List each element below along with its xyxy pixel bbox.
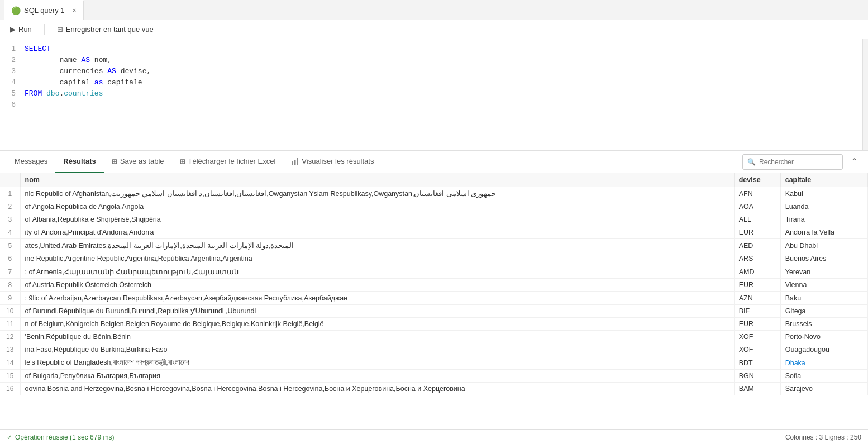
toolbar-separator xyxy=(44,24,45,35)
cell-devise: BDT xyxy=(734,356,780,370)
cell-capitale: Luanda xyxy=(780,200,867,213)
cell-row-num: 4 xyxy=(0,226,20,239)
results-panel: Messages Résultats ⊞ Save as table ⊞ Tél… xyxy=(0,151,868,444)
table-body: 1nic Republic of Afghanistan,افغانستان,ا… xyxy=(0,187,868,395)
cell-capitale: Yerevan xyxy=(780,265,867,279)
tab-save-table[interactable]: ⊞ Save as table xyxy=(104,151,172,173)
cell-capitale: Vienna xyxy=(780,279,867,292)
cell-capitale: Kabul xyxy=(780,187,867,200)
cell-nom: ates,United Arab Emirates,المتحدة,دولة ا… xyxy=(20,239,734,252)
tab-download-excel[interactable]: ⊞ Télécharger le fichier Excel xyxy=(172,151,284,173)
tab-resultats[interactable]: Résultats xyxy=(55,151,104,173)
cell-devise: BGN xyxy=(734,370,780,383)
cell-devise: AFN xyxy=(734,187,780,200)
cell-devise: AMD xyxy=(734,265,780,279)
code-lines[interactable]: SELECT name AS nom, currencies AS devise… xyxy=(22,44,868,111)
cell-capitale: Andorra la Vella xyxy=(780,226,867,239)
tab-visualiser-label: Visualiser les résultats xyxy=(302,157,374,165)
editor-scrollbar[interactable] xyxy=(862,39,868,150)
table-row: 4ity of Andorra,Principat d'Andorra,Ando… xyxy=(0,226,868,239)
cell-devise: BIF xyxy=(734,305,780,318)
cell-row-num: 5 xyxy=(0,239,20,252)
table-row: 5ates,United Arab Emirates,المتحدة,دولة … xyxy=(0,239,868,252)
cell-row-num: 8 xyxy=(0,279,20,292)
table-row: 6ine Republic,Argentine Republic,Argenti… xyxy=(0,252,868,265)
tab-visualiser[interactable]: Visualiser les résultats xyxy=(283,151,381,173)
table-row: 7: of Armenia,Հայաստանի Հանրապետություն,… xyxy=(0,265,868,279)
cell-capitale: Sofia xyxy=(780,370,867,383)
cell-row-num: 13 xyxy=(0,343,20,356)
cell-devise: EUR xyxy=(734,318,780,331)
status-meta: Colonnes : 3 Lignes : 250 xyxy=(785,433,861,441)
search-icon: 🔍 xyxy=(747,158,756,166)
cell-row-num: 7 xyxy=(0,265,20,279)
cell-devise: EUR xyxy=(734,226,780,239)
toolbar: ▶ Run ⊞ Enregistrer en tant que vue xyxy=(0,20,868,39)
cell-capitale: Gitega xyxy=(780,305,867,318)
run-icon: ▶ xyxy=(10,25,16,34)
code-line-2: name AS nom, xyxy=(25,55,868,66)
table-row: 8of Austria,Republik Österreich,Österrei… xyxy=(0,279,868,292)
cell-capitale: Baku xyxy=(780,292,867,305)
col-header-nom: nom xyxy=(20,173,734,187)
search-box[interactable]: 🔍 xyxy=(742,154,843,170)
cell-capitale: Tirana xyxy=(780,213,867,226)
sql-editor[interactable]: 123456 SELECT name AS nom, currencies AS… xyxy=(0,39,868,151)
results-tabs-bar: Messages Résultats ⊞ Save as table ⊞ Tél… xyxy=(0,151,868,173)
svg-rect-1 xyxy=(294,160,296,165)
col-header-num xyxy=(0,173,20,187)
cell-devise: ARS xyxy=(734,252,780,265)
status-message: Opération réussie (1 sec 679 ms) xyxy=(7,433,114,441)
tab-resultats-label: Résultats xyxy=(63,157,96,165)
cell-capitale: Abu Dhabi xyxy=(780,239,867,252)
cell-capitale: Buenos Aires xyxy=(780,252,867,265)
cell-row-num: 11 xyxy=(0,318,20,331)
svg-rect-2 xyxy=(297,158,298,165)
cell-row-num: 2 xyxy=(0,200,20,213)
col-header-capitale: capitale xyxy=(780,173,867,187)
cell-nom: of Albania,Republika e Shqipërisë,Shqipë… xyxy=(20,213,734,226)
table-header-row: nom devise capitale xyxy=(0,173,868,187)
tab-close-button[interactable]: × xyxy=(73,7,77,15)
cell-devise: XOF xyxy=(734,331,780,343)
save-view-button[interactable]: ⊞ Enregistrer en tant que vue xyxy=(54,23,157,35)
line-numbers: 123456 xyxy=(0,44,22,111)
results-table: nom devise capitale 1nic Republic of Afg… xyxy=(0,173,868,395)
tab-messages[interactable]: Messages xyxy=(7,151,55,173)
cell-row-num: 10 xyxy=(0,305,20,318)
run-button[interactable]: ▶ Run xyxy=(7,23,35,35)
cell-capitale: Porto-Novo xyxy=(780,331,867,343)
sql-tab-icon: 🟢 xyxy=(11,6,21,15)
cell-devise: EUR xyxy=(734,279,780,292)
tab-bar: 🟢 SQL query 1 × xyxy=(0,0,868,20)
tab-download-excel-label: Télécharger le fichier Excel xyxy=(188,157,276,165)
cell-nom: n of Belgium,Königreich Belgien,Belgien,… xyxy=(20,318,734,331)
code-line-5: FROM dbo.countries xyxy=(25,88,868,99)
search-input[interactable] xyxy=(759,158,838,166)
visualiser-icon xyxy=(291,157,299,165)
collapse-button[interactable]: ⌃ xyxy=(847,155,861,168)
cell-devise: XOF xyxy=(734,343,780,356)
cell-nom: ina Faso,République du Burkina,Burkina F… xyxy=(20,343,734,356)
cell-nom: of Angola,República de Angola,Angola xyxy=(20,200,734,213)
tab-save-table-label: Save as table xyxy=(120,157,164,165)
cell-row-num: 14 xyxy=(0,356,20,370)
download-excel-icon: ⊞ xyxy=(180,157,185,165)
cell-nom: ine Republic,Argentine Republic,Argentin… xyxy=(20,252,734,265)
code-line-6 xyxy=(25,99,868,111)
save-view-icon: ⊞ xyxy=(57,25,63,34)
cell-nom: : 9lic of Azerbaijan,Azərbaycan Respubli… xyxy=(20,292,734,305)
cell-capitale: Brussels xyxy=(780,318,867,331)
save-table-icon: ⊞ xyxy=(112,157,117,165)
results-table-area[interactable]: nom devise capitale 1nic Republic of Afg… xyxy=(0,173,868,429)
cell-row-num: 9 xyxy=(0,292,20,305)
cell-row-num: 3 xyxy=(0,213,20,226)
cell-devise: ALL xyxy=(734,213,780,226)
cell-devise: BAM xyxy=(734,383,780,395)
col-header-devise: devise xyxy=(734,173,780,187)
tab-label: SQL query 1 xyxy=(24,6,65,15)
sql-query-tab[interactable]: 🟢 SQL query 1 × xyxy=(4,0,84,20)
cell-nom: le's Republic of Bangladesh,বাংলাদেশ গণপ… xyxy=(20,356,734,370)
save-view-label: Enregistrer en tant que vue xyxy=(66,25,154,34)
cell-devise: AZN xyxy=(734,292,780,305)
